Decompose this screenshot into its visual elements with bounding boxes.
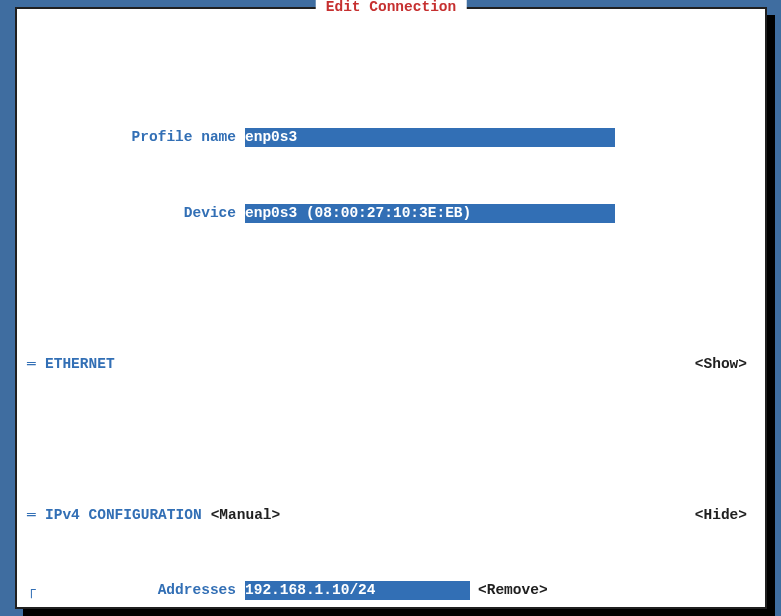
profile-name-label: Profile name: [45, 128, 245, 147]
addresses-row: ┌ Addresses 192.168.1.10/24 <Remove>: [27, 581, 755, 600]
ipv4-toggle-button[interactable]: <Hide>: [695, 506, 755, 525]
device-input[interactable]: enp0s3 (08:00:27:10:3E:EB): [245, 204, 615, 223]
address-remove-button-0[interactable]: <Remove>: [478, 581, 548, 600]
address-input-0[interactable]: 192.168.1.10/24: [245, 581, 470, 600]
dialog-title: Edit Connection: [316, 0, 467, 17]
dialog-window: Edit Connection Profile name enp0s3 Devi…: [15, 7, 767, 609]
ethernet-header-label: ETHERNET: [45, 355, 115, 374]
tree-corner-icon: ┌: [27, 581, 45, 600]
addresses-label: Addresses: [45, 581, 245, 600]
device-row: Device enp0s3 (08:00:27:10:3E:EB): [27, 204, 755, 223]
section-marker-icon: ═: [27, 506, 45, 525]
ipv4-mode-select[interactable]: <Manual>: [211, 506, 281, 525]
profile-name-row: Profile name enp0s3: [27, 128, 755, 147]
device-label: Device: [45, 204, 245, 223]
profile-name-input[interactable]: enp0s3: [245, 128, 615, 147]
ipv4-section-header: ═ IPv4 CONFIGURATION <Manual> <Hide>: [27, 506, 755, 525]
ipv4-header-label: IPv4 CONFIGURATION: [45, 506, 202, 525]
section-marker-icon: ═: [27, 355, 45, 374]
ethernet-toggle-button[interactable]: <Show>: [695, 355, 755, 374]
ethernet-section-header: ═ ETHERNET <Show>: [27, 355, 755, 374]
